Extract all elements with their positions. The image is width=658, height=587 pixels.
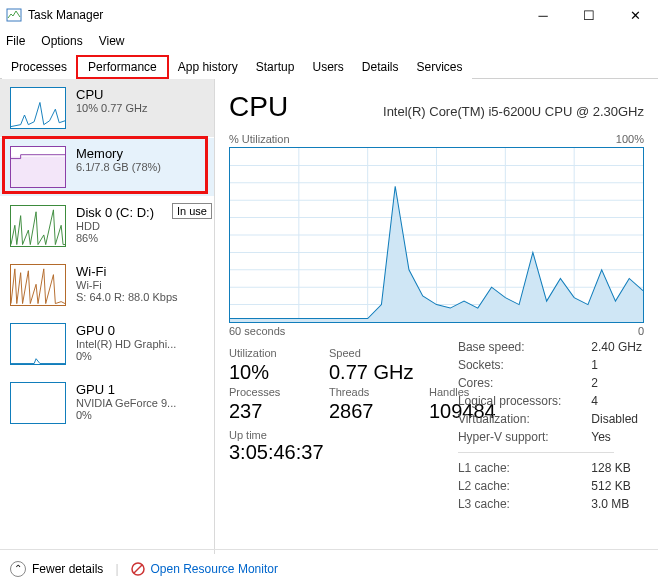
sidebar-gpu0-sub1: Intel(R) HD Graphi...: [76, 338, 176, 350]
tabs: Processes Performance App history Startu…: [0, 54, 658, 79]
gpu1-thumb-icon: [10, 382, 66, 424]
maximize-button[interactable]: ☐: [566, 0, 612, 30]
titlebar: Task Manager ─ ☐ ✕: [0, 0, 658, 30]
speed-label: Speed: [329, 347, 429, 359]
resource-monitor-icon: [131, 562, 145, 576]
chart-label-top-left: % Utilization: [229, 133, 290, 145]
right-stats: Base speed:2.40 GHz Sockets:1 Cores:2 Lo…: [456, 337, 644, 514]
chart-label-bottom-left: 60 seconds: [229, 325, 285, 337]
close-button[interactable]: ✕: [612, 0, 658, 30]
sidebar-gpu0-sub2: 0%: [76, 350, 176, 362]
hyperv-label: Hyper-V support:: [458, 429, 589, 445]
hyperv-value: Yes: [591, 429, 642, 445]
main: CPU 10% 0.77 GHz Memory 6.1/7.8 GB (78%)…: [0, 79, 658, 554]
sidebar-cpu-title: CPU: [76, 87, 148, 102]
virtualization-label: Virtualization:: [458, 411, 589, 427]
sidebar: CPU 10% 0.77 GHz Memory 6.1/7.8 GB (78%)…: [0, 79, 215, 554]
disk-tooltip: In use: [172, 203, 212, 219]
tab-app-history[interactable]: App history: [169, 55, 247, 79]
svg-line-18: [134, 565, 142, 573]
sidebar-memory-title: Memory: [76, 146, 161, 161]
gpu0-thumb-icon: [10, 323, 66, 365]
fewer-details-link[interactable]: Fewer details: [32, 562, 103, 576]
sidebar-cpu-sub: 10% 0.77 GHz: [76, 102, 148, 114]
sidebar-gpu1-title: GPU 1: [76, 382, 176, 397]
sidebar-item-wifi[interactable]: Wi-Fi Wi-Fi S: 64.0 R: 88.0 Kbps: [0, 256, 214, 315]
cores-label: Cores:: [458, 375, 589, 391]
l3-label: L3 cache:: [458, 496, 589, 512]
detail-pane: CPU Intel(R) Core(TM) i5-6200U CPU @ 2.3…: [215, 79, 658, 554]
menu-file[interactable]: File: [6, 34, 25, 48]
sidebar-memory-sub: 6.1/7.8 GB (78%): [76, 161, 161, 173]
footer: ⌃ Fewer details | Open Resource Monitor: [0, 549, 658, 587]
chart-label-bottom-right: 0: [638, 325, 644, 337]
l1-label: L1 cache:: [458, 460, 589, 476]
menu-view[interactable]: View: [99, 34, 125, 48]
sidebar-gpu1-sub2: 0%: [76, 409, 176, 421]
tab-processes[interactable]: Processes: [2, 55, 76, 79]
menubar: File Options View: [0, 30, 658, 52]
tab-details[interactable]: Details: [353, 55, 408, 79]
sidebar-disk-sub1: HDD: [76, 220, 154, 232]
task-manager-icon: [6, 7, 22, 23]
sidebar-disk-title: Disk 0 (C: D:): [76, 205, 154, 220]
threads-value: 2867: [329, 400, 429, 423]
cpu-chart[interactable]: [229, 147, 644, 323]
tab-users[interactable]: Users: [303, 55, 352, 79]
l2-value: 512 KB: [591, 478, 642, 494]
utilization-label: Utilization: [229, 347, 329, 359]
processes-label: Processes: [229, 386, 329, 398]
minimize-button[interactable]: ─: [520, 0, 566, 30]
tab-services[interactable]: Services: [408, 55, 472, 79]
l1-value: 128 KB: [591, 460, 642, 476]
sidebar-item-gpu0[interactable]: GPU 0 Intel(R) HD Graphi... 0%: [0, 315, 214, 374]
sidebar-item-cpu[interactable]: CPU 10% 0.77 GHz: [0, 79, 214, 138]
memory-thumb-icon: [10, 146, 66, 188]
l3-value: 3.0 MB: [591, 496, 642, 512]
threads-label: Threads: [329, 386, 429, 398]
wifi-thumb-icon: [10, 264, 66, 306]
tab-startup[interactable]: Startup: [247, 55, 304, 79]
cpu-thumb-icon: [10, 87, 66, 129]
sidebar-gpu0-title: GPU 0: [76, 323, 176, 338]
processes-value: 237: [229, 400, 329, 423]
utilization-value: 10%: [229, 361, 329, 384]
base-speed-label: Base speed:: [458, 339, 589, 355]
sidebar-wifi-sub1: Wi-Fi: [76, 279, 178, 291]
logical-label: Logical processors:: [458, 393, 589, 409]
tab-performance[interactable]: Performance: [76, 55, 169, 79]
chevron-up-icon[interactable]: ⌃: [10, 561, 26, 577]
sidebar-wifi-title: Wi-Fi: [76, 264, 178, 279]
detail-model: Intel(R) Core(TM) i5-6200U CPU @ 2.30GHz: [383, 104, 644, 119]
l2-label: L2 cache:: [458, 478, 589, 494]
menu-options[interactable]: Options: [41, 34, 82, 48]
sidebar-item-memory[interactable]: Memory 6.1/7.8 GB (78%): [0, 138, 214, 197]
detail-title: CPU: [229, 91, 288, 123]
disk-thumb-icon: [10, 205, 66, 247]
open-resource-monitor-link[interactable]: Open Resource Monitor: [151, 562, 278, 576]
sidebar-wifi-sub2: S: 64.0 R: 88.0 Kbps: [76, 291, 178, 303]
sidebar-gpu1-sub1: NVIDIA GeForce 9...: [76, 397, 176, 409]
cores-value: 2: [591, 375, 642, 391]
sockets-value: 1: [591, 357, 642, 373]
logical-value: 4: [591, 393, 642, 409]
sidebar-item-gpu1[interactable]: GPU 1 NVIDIA GeForce 9... 0%: [0, 374, 214, 433]
base-speed-value: 2.40 GHz: [591, 339, 642, 355]
sidebar-disk-sub2: 86%: [76, 232, 154, 244]
sockets-label: Sockets:: [458, 357, 589, 373]
virtualization-value: Disabled: [591, 411, 642, 427]
svg-rect-1: [11, 157, 65, 188]
window-title: Task Manager: [28, 8, 103, 22]
chart-label-top-right: 100%: [616, 133, 644, 145]
